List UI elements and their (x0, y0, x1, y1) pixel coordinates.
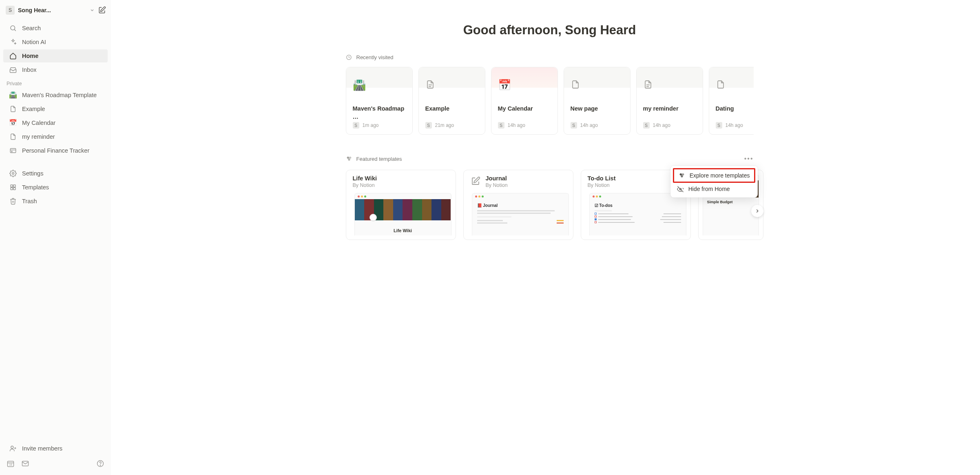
template-preview: 📕 Journal (472, 193, 569, 235)
sidebar-templates[interactable]: Templates (3, 181, 108, 194)
templates-icon (346, 155, 352, 162)
invite-icon (9, 444, 17, 453)
template-title: To-do List (588, 175, 616, 182)
sidebar-trash-label: Trash (22, 198, 37, 204)
recent-card[interactable]: Dating S14h ago (709, 67, 754, 135)
recent-title: Example (419, 88, 485, 113)
sidebar-inbox[interactable]: Inbox (3, 63, 108, 76)
recent-title: my reminder (637, 88, 703, 113)
templates-row: Life Wiki By Notion Life Wiki (346, 170, 754, 240)
sidebar-home-label: Home (22, 53, 38, 59)
main-content: Good afternoon, Song Heard Recently visi… (111, 0, 980, 475)
templates-context-menu: Explore more templates Hide from Home (670, 166, 758, 198)
preview-label: Life Wiki (355, 228, 451, 233)
sidebar-settings[interactable]: Settings (3, 167, 108, 180)
recent-card[interactable]: New page S14h ago (564, 67, 630, 135)
template-title: Life Wiki (353, 175, 377, 182)
author-avatar: S (353, 122, 359, 129)
svg-line-1 (14, 29, 15, 31)
sidebar-search-label: Search (22, 25, 41, 31)
sidebar-settings-label: Settings (22, 170, 43, 177)
sidebar-page-label: my reminder (22, 133, 55, 140)
page-icon (9, 105, 17, 113)
calendar-app-icon[interactable]: 18 (7, 459, 15, 468)
template-preview: ☑ To-dos (589, 193, 686, 235)
svg-point-25 (348, 158, 350, 160)
recent-card[interactable]: 🛣️ Maven's Roadmap … S1m ago (346, 67, 413, 135)
mail-icon[interactable] (21, 459, 29, 468)
template-card-lifewiki[interactable]: Life Wiki By Notion Life Wiki (346, 170, 456, 240)
menu-item-label: Explore more templates (690, 172, 750, 179)
svg-rect-6 (13, 185, 15, 187)
search-icon (9, 24, 17, 32)
sidebar-page-example[interactable]: Example (3, 102, 108, 115)
template-card-journal[interactable]: Journal By Notion 📕 Journal (463, 170, 573, 240)
svg-rect-5 (11, 185, 13, 187)
clock-icon (346, 54, 352, 60)
sidebar-search[interactable]: Search (3, 22, 108, 35)
sidebar-page-roadmap[interactable]: 🛣️ Maven's Roadmap Template (3, 89, 108, 102)
more-icon[interactable]: ••• (744, 155, 754, 162)
new-page-icon[interactable] (98, 6, 106, 14)
template-author: By Notion (353, 182, 377, 188)
page-icon (425, 80, 435, 89)
sidebar-templates-label: Templates (22, 184, 49, 191)
author-avatar: S (643, 122, 650, 129)
recent-title: New page (564, 88, 630, 113)
workspace-avatar: S (6, 6, 15, 15)
sidebar-page-calendar[interactable]: 📅 My Calendar (3, 116, 108, 129)
svg-rect-8 (13, 188, 15, 190)
page-icon (643, 80, 653, 89)
recently-visited-header: Recently visited (346, 54, 754, 60)
sidebar-trash[interactable]: Trash (3, 195, 108, 208)
svg-point-26 (679, 173, 681, 175)
chevron-down-icon (90, 8, 95, 13)
help-icon[interactable] (96, 459, 104, 468)
sidebar-page-finance[interactable]: Personal Finance Tracker (3, 144, 108, 157)
recent-card[interactable]: my reminder S14h ago (636, 67, 703, 135)
sidebar-inbox-label: Inbox (22, 67, 36, 73)
sidebar-page-label: Personal Finance Tracker (22, 147, 89, 154)
svg-line-29 (678, 186, 684, 192)
sidebar-ai-label: Notion AI (22, 39, 46, 45)
menu-item-label: Hide from Home (688, 186, 730, 192)
featured-templates-label: Featured templates (356, 156, 402, 162)
recent-ago: 14h ago (580, 122, 598, 128)
recent-ago: 21m ago (435, 122, 454, 128)
recent-card[interactable]: Example S21m ago (418, 67, 485, 135)
inbox-icon (9, 66, 17, 74)
sidebar-invite-label: Invite members (22, 445, 62, 452)
template-author: By Notion (486, 182, 508, 188)
finance-icon (9, 146, 17, 155)
workspace-switcher[interactable]: S Song Hear... (0, 3, 111, 17)
recent-ago: 14h ago (508, 122, 525, 128)
svg-point-9 (11, 446, 13, 448)
template-title: Journal (486, 175, 508, 182)
author-avatar: S (425, 122, 432, 129)
menu-explore-templates[interactable]: Explore more templates (673, 168, 755, 183)
page-icon (716, 80, 726, 89)
preview-title: 📕 Journal (477, 202, 564, 209)
sidebar-ai[interactable]: Notion AI (3, 36, 108, 49)
greeting: Good afternoon, Song Heard (346, 23, 754, 38)
menu-hide-from-home[interactable]: Hide from Home (673, 183, 755, 195)
trash-icon (9, 197, 17, 205)
calendar-emoji-icon: 📅 (498, 80, 511, 90)
calendar-emoji-icon: 📅 (9, 119, 17, 127)
recent-card[interactable]: 📅 My Calendar S14h ago (491, 67, 558, 135)
sidebar-page-reminder[interactable]: my reminder (3, 130, 108, 143)
author-avatar: S (716, 122, 722, 129)
svg-point-27 (682, 173, 684, 175)
edit-icon (470, 176, 481, 186)
template-author: By Notion (588, 182, 616, 188)
sidebar-page-label: Example (22, 106, 45, 112)
workspace-name: Song Hear... (18, 7, 86, 13)
road-emoji-icon: 🛣️ (9, 91, 17, 99)
sidebar-invite[interactable]: Invite members (3, 442, 108, 455)
svg-rect-7 (11, 188, 13, 190)
sidebar-home[interactable]: Home (3, 49, 108, 62)
next-arrow-button[interactable] (751, 205, 763, 217)
home-icon (9, 52, 17, 60)
svg-point-0 (11, 26, 15, 30)
page-icon (571, 80, 580, 89)
